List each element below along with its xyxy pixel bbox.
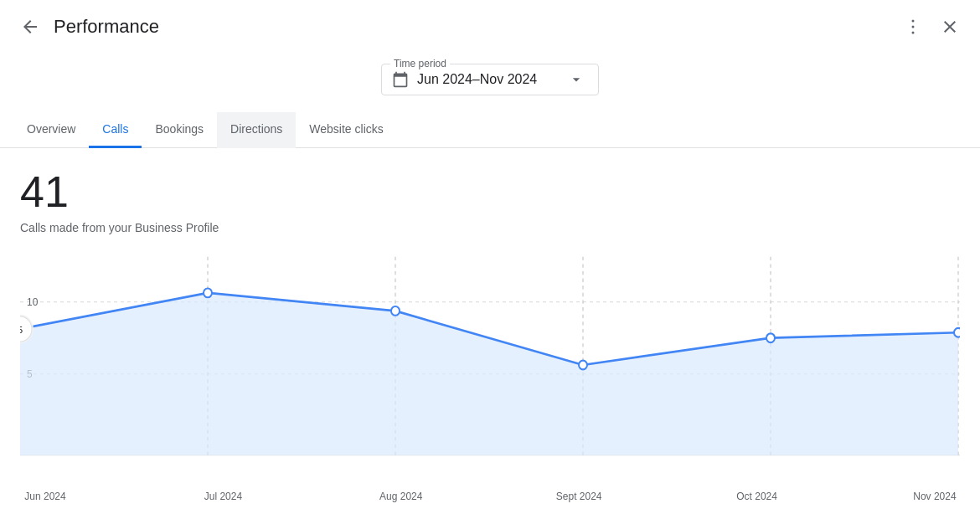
- more-options-icon: [903, 17, 923, 37]
- svg-point-2: [912, 32, 915, 34]
- calendar-icon: [392, 71, 409, 88]
- svg-point-15: [204, 289, 212, 298]
- svg-point-1: [912, 26, 915, 28]
- metric-description: Calls made from your Business Profile: [20, 221, 960, 234]
- tab-directions[interactable]: Directions: [217, 112, 296, 148]
- x-label-jun: Jun 2024: [20, 491, 70, 502]
- tab-bookings[interactable]: Bookings: [142, 112, 217, 148]
- svg-point-0: [912, 20, 915, 23]
- time-period-container: Time period Jun 2024–Nov 2024: [0, 50, 980, 112]
- svg-point-18: [766, 333, 775, 342]
- more-options-button[interactable]: [896, 10, 930, 44]
- x-label-sept: Sept 2024: [554, 491, 604, 502]
- dropdown-arrow-icon: [568, 71, 585, 88]
- close-icon: [940, 17, 960, 37]
- svg-marker-13: [20, 293, 958, 455]
- x-label-oct: Oct 2024: [732, 491, 782, 502]
- header-right: [896, 10, 967, 44]
- tab-calls[interactable]: Calls: [89, 112, 142, 148]
- tab-website-clicks[interactable]: Website clicks: [296, 112, 396, 148]
- tab-overview[interactable]: Overview: [13, 112, 89, 148]
- svg-point-17: [579, 361, 587, 370]
- back-button[interactable]: [13, 10, 47, 44]
- svg-point-16: [391, 306, 400, 316]
- time-period-label: Time period: [390, 58, 450, 69]
- header-left: Performance: [13, 10, 159, 44]
- x-labels: Jun 2024 Jul 2024 Aug 2024 Sept 2024 Oct…: [20, 486, 960, 502]
- svg-text:10: 10: [27, 296, 38, 309]
- time-period-value: Jun 2024–Nov 2024: [417, 72, 560, 87]
- x-label-jul: Jul 2024: [198, 491, 248, 502]
- close-button[interactable]: [933, 10, 967, 44]
- x-label-nov: Nov 2024: [910, 491, 960, 502]
- chart-area: 10 5 5 Jun 2024 Jul 2024 Aug 2024 Sept 2…: [20, 248, 960, 482]
- time-period-select[interactable]: Time period Jun 2024–Nov 2024: [381, 64, 599, 95]
- svg-point-19: [954, 328, 960, 337]
- x-label-aug: Aug 2024: [376, 491, 426, 502]
- metric-value: 41: [20, 168, 960, 216]
- tabs: Overview Calls Bookings Directions Websi…: [0, 112, 980, 148]
- page-title: Performance: [54, 16, 159, 38]
- chart-svg: 10 5 5: [20, 248, 960, 482]
- content: 41 Calls made from your Business Profile…: [0, 148, 980, 482]
- svg-text:5: 5: [20, 325, 23, 335]
- back-arrow-icon: [20, 17, 40, 37]
- header: Performance: [0, 0, 980, 50]
